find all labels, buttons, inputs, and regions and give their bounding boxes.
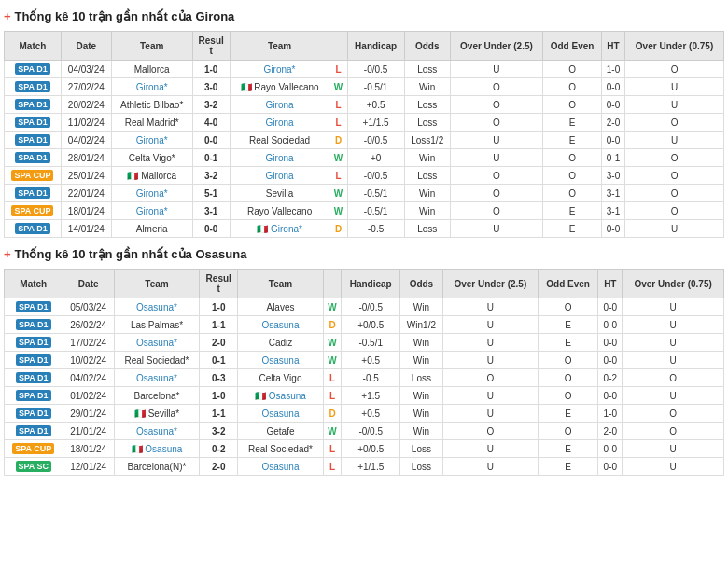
col-match: Match (5, 270, 63, 298)
wdl-indicator: L (329, 167, 347, 185)
ht-score: 0-0 (598, 334, 623, 352)
match-result: 2-0 (200, 458, 238, 476)
col-ou25: Over Under (2.5) (450, 32, 542, 61)
handicap-value: +0.5 (342, 352, 400, 369)
team1-name: Las Palmas* (114, 316, 199, 334)
over-under-075: U (623, 352, 724, 369)
over-under-25: O (450, 185, 542, 202)
odds-value: Loss (404, 61, 450, 78)
table-row: SPA CUP 18/01/24 🇮🇹 Osasuna 0-2 Real Soc… (5, 440, 724, 458)
handicap-value: +0/0.5 (342, 316, 400, 334)
col-result: Result (200, 270, 238, 298)
col-empty (329, 32, 347, 61)
wdl-indicator: D (329, 132, 347, 149)
match-result: 0-1 (192, 149, 230, 167)
team2-name: Girona (230, 96, 329, 114)
over-under-25: U (442, 440, 538, 458)
match-badge: SPA D1 (5, 298, 63, 316)
match-badge: SPA D1 (5, 78, 62, 96)
match-result: 0-3 (200, 369, 238, 387)
team2-name: 🇮🇹 Rayo Vallecano (230, 78, 329, 96)
table-row: SPA D1 04/02/24 Girona* 0-0 Real Socieda… (5, 132, 724, 149)
table-row: SPA D1 04/02/24 Osasuna* 0-3 Celta Vigo … (5, 369, 724, 387)
odds-value: Loss (399, 458, 442, 476)
team2-name: Sevilla (230, 185, 329, 202)
match-date: 14/01/24 (61, 220, 111, 238)
odd-even: O (538, 423, 598, 440)
handicap-value: +0 (347, 149, 404, 167)
ht-score: 0-0 (601, 96, 624, 114)
team2-name: Osasuna (238, 352, 323, 369)
match-badge: SPA D1 (5, 132, 62, 149)
match-date: 22/01/24 (61, 185, 111, 202)
over-under-25: U (450, 132, 542, 149)
match-result: 0-2 (200, 440, 238, 458)
col-ou075: Over Under (0.75) (623, 270, 724, 298)
wdl-indicator: D (323, 316, 342, 334)
match-badge: SPA D1 (5, 369, 63, 387)
match-result: 3-2 (192, 96, 230, 114)
wdl-indicator: W (329, 202, 347, 220)
handicap-value: -0.5/1 (342, 334, 400, 352)
col-team1: Team (111, 32, 192, 61)
ht-score: 0-0 (598, 316, 623, 334)
match-date: 05/03/24 (63, 298, 114, 316)
wdl-indicator: W (329, 185, 347, 202)
match-result: 1-0 (200, 387, 238, 405)
odd-even: O (538, 387, 598, 405)
table-row: SPA D1 26/02/24 Las Palmas* 1-1 Osasuna … (5, 316, 724, 334)
match-date: 18/01/24 (63, 440, 114, 458)
wdl-indicator: L (323, 387, 342, 405)
over-under-25: U (442, 458, 538, 476)
over-under-075: O (625, 61, 724, 78)
team2-name: Girona (230, 167, 329, 185)
odds-value: Loss (404, 220, 450, 238)
over-under-25: O (450, 114, 542, 132)
ht-score: 3-0 (601, 167, 624, 185)
col-ou25: Over Under (2.5) (442, 270, 538, 298)
col-odds: Odds (399, 270, 442, 298)
odds-value: Loss (404, 96, 450, 114)
match-date: 17/02/24 (63, 334, 114, 352)
match-date: 04/02/24 (63, 369, 114, 387)
team1-name: Real Sociedad* (114, 352, 199, 369)
over-under-075: U (625, 220, 724, 238)
col-handicap: Handicap (342, 270, 400, 298)
match-date: 01/02/24 (63, 387, 114, 405)
match-date: 18/01/24 (61, 202, 111, 220)
ht-score: 0-0 (601, 220, 624, 238)
stats-table: Match Date Team Result Team Handicap Odd… (4, 269, 724, 476)
table-row: SPA D1 04/03/24 Mallorca 1-0 Girona* L -… (5, 61, 724, 78)
team2-name: 🇮🇹 Osasuna (238, 387, 323, 405)
odd-even: O (538, 352, 598, 369)
odd-even: E (538, 458, 598, 476)
ht-score: 0-0 (601, 78, 624, 96)
handicap-value: +1/1.5 (347, 114, 404, 132)
odds-value: Win (404, 185, 450, 202)
table-row: SPA D1 21/01/24 Osasuna* 3-2 Getafe W -0… (5, 423, 724, 440)
over-under-075: U (623, 440, 724, 458)
odds-value: Win (399, 352, 442, 369)
over-under-075: U (623, 316, 724, 334)
team1-name: Girona* (111, 185, 192, 202)
team1-name: Girona* (111, 202, 192, 220)
team2-name: Girona (230, 149, 329, 167)
over-under-075: O (623, 405, 724, 423)
match-date: 21/01/24 (63, 423, 114, 440)
odds-value: Win (404, 78, 450, 96)
over-under-25: O (450, 202, 542, 220)
odd-even: O (543, 78, 602, 96)
handicap-value: +0.5 (342, 405, 400, 423)
col-team1: Team (114, 270, 199, 298)
odds-value: Loss (399, 369, 442, 387)
col-date: Date (63, 270, 114, 298)
wdl-indicator: L (323, 440, 342, 458)
odd-even: E (538, 440, 598, 458)
table-row: SPA D1 20/02/24 Athletic Bilbao* 3-2 Gir… (5, 96, 724, 114)
match-date: 28/01/24 (61, 149, 111, 167)
team2-name: Celta Vigo (238, 369, 323, 387)
wdl-indicator: W (329, 78, 347, 96)
team1-name: Osasuna* (114, 334, 199, 352)
odd-even: O (543, 185, 602, 202)
odds-value: Win (399, 334, 442, 352)
